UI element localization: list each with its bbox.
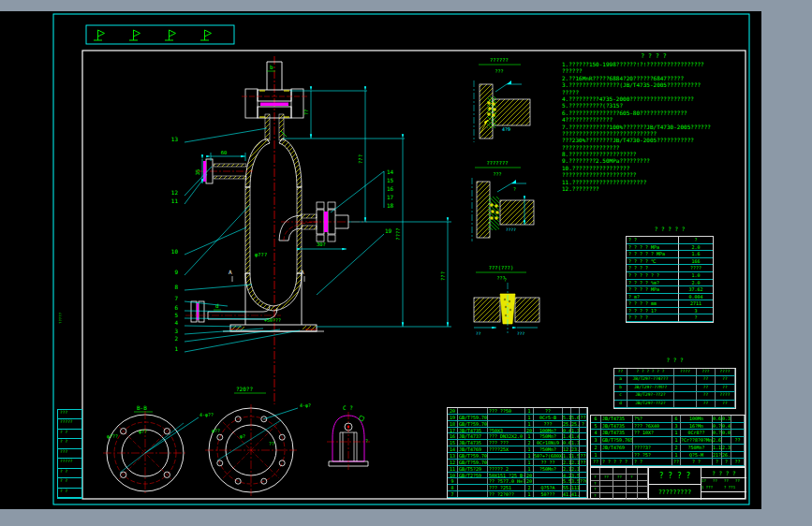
callout-4: 4 xyxy=(174,319,178,326)
table-cell: ??? xyxy=(58,449,81,459)
bb-dim-2: φ??? xyxy=(107,433,118,440)
table-cell: 20 xyxy=(448,408,458,415)
detail-subtitle: ??? xyxy=(493,171,501,177)
table-cell: ?? xyxy=(724,478,735,485)
param-table-title: ? ? ? ? ? xyxy=(626,226,714,232)
table-cell: 1 xyxy=(525,446,534,453)
table-cell xyxy=(600,493,613,500)
table-cell: ???? xyxy=(679,265,713,272)
table-cell: c xyxy=(614,392,627,400)
table-cell: 1 xyxy=(525,491,534,498)
callout-15: 15 xyxy=(387,177,394,183)
table-cell xyxy=(580,485,587,491)
table-cell: 18 xyxy=(448,421,458,428)
table-cell: ????? 2 xyxy=(488,466,525,473)
table-cell: GB/T5?29 xyxy=(458,466,488,473)
table-cell: ? ? xyxy=(58,430,81,439)
callout-10: 10 xyxy=(171,248,179,255)
table-cell: 1.0 xyxy=(679,272,713,280)
table-cell: GB/T?59.705-?? xyxy=(458,421,488,428)
table-cell: ? ? xyxy=(633,459,672,466)
table-cell xyxy=(627,468,638,475)
table-cell: JB/T4735 xyxy=(601,430,633,437)
note-line: ???????????????????????????? xyxy=(562,130,746,137)
table-cell: 1 xyxy=(525,460,534,466)
table-cell xyxy=(674,385,697,392)
table-cell: 20 xyxy=(525,473,534,479)
table-cell: 2.1 xyxy=(563,466,571,473)
bom-table-right: 6JB/T4735?%?6100Mn0.60.3?5JB/T4735??? ?6… xyxy=(590,415,746,467)
table-cell xyxy=(638,493,648,500)
dim-right-3: ??? xyxy=(440,271,446,281)
table-cell: 0Cr5-B xyxy=(534,415,563,421)
table-cell: 0.4? xyxy=(722,423,731,431)
table-cell: 0.3? xyxy=(722,416,731,423)
table-cell: 1.45 xyxy=(571,433,580,440)
table-cell xyxy=(638,468,648,475)
drawing-title: ????????? xyxy=(649,485,701,500)
table-cell xyxy=(488,415,525,421)
note-line: ????????????????? xyxy=(562,144,746,151)
table-cell: JB/T4735 xyxy=(458,440,488,446)
table-cell xyxy=(601,452,633,460)
table-cell xyxy=(674,392,697,400)
table-cell: 1.1 xyxy=(713,445,722,452)
table-cell xyxy=(731,452,745,460)
table-cell: ? ? ? ? ? MPa xyxy=(627,251,679,258)
table-cell xyxy=(580,491,587,498)
table-cell: 5.6 xyxy=(571,415,580,421)
table-cell: ?? xyxy=(716,376,735,384)
scale-cells-row1: 1??????? xyxy=(701,478,746,485)
table-cell: 50X151 ?25 B-5? xyxy=(488,473,525,479)
interior-angle: +50??? xyxy=(264,317,281,323)
callout-8: 8 xyxy=(174,284,178,290)
table-cell xyxy=(571,408,580,415)
table-cell: 5 xyxy=(591,423,601,431)
table-cell: ?50Mn? xyxy=(534,446,563,453)
note-line: 5.??????????(?315? xyxy=(562,102,746,109)
table-cell: 0.6 xyxy=(713,416,722,423)
table-cell: ? ? xyxy=(58,439,81,448)
table-cell: GB/T2?59 xyxy=(458,473,488,479)
table-cell: ?? xyxy=(614,369,627,376)
table-cell: ?? xyxy=(713,478,724,485)
callout-17: 17 xyxy=(387,194,394,200)
table-cell xyxy=(638,475,648,481)
table-cell: 2.1 xyxy=(571,460,580,466)
table-cell xyxy=(458,408,488,415)
table-cell: ?? xyxy=(735,478,746,485)
table-cell: ? xyxy=(591,475,600,481)
table-cell xyxy=(580,433,587,440)
table-cell: 2 xyxy=(525,440,534,446)
table-cell: ?? ?5? xyxy=(633,452,672,460)
table-cell: ??? ?251 xyxy=(488,485,525,491)
table-cell: 100Mn? xyxy=(534,428,563,434)
table-cell: 8 xyxy=(448,485,458,491)
table-cell: ? xyxy=(679,237,713,244)
table-cell: ?? ?5?7.0 H=?80 xyxy=(488,478,525,485)
detail-dim: 4?9 xyxy=(502,126,510,132)
table-cell: ? xyxy=(627,475,638,481)
table-cell: 50?+?(680X70) xyxy=(534,453,563,460)
table-cell: 2 xyxy=(672,445,681,452)
table-cell: ?? xyxy=(716,385,735,392)
table-cell: 1 xyxy=(525,453,534,460)
table-cell: ??? xyxy=(534,421,563,428)
callout-12: 12 xyxy=(171,189,179,196)
table-cell: 2.0 xyxy=(679,244,713,252)
table-cell: 6 xyxy=(591,416,601,423)
table-cell: 2.1 xyxy=(563,460,571,466)
table-cell: Q?5?A xyxy=(534,485,563,491)
callout-16: 16 xyxy=(387,185,394,192)
table-cell xyxy=(580,446,587,453)
detail-dim: ???? xyxy=(506,227,516,232)
table-cell: ? ??1 xyxy=(724,485,746,491)
table-cell: ?? xyxy=(697,385,716,392)
table-cell xyxy=(731,430,745,437)
interior-dim: φ??? xyxy=(255,252,267,258)
table-cell: 1 xyxy=(525,408,534,415)
table-cell: Q?5-M xyxy=(681,452,713,460)
note-line: ?????????????????????? xyxy=(562,171,746,178)
table-cell: ? ? xyxy=(627,237,679,244)
table-cell: 26.5 xyxy=(722,452,731,460)
